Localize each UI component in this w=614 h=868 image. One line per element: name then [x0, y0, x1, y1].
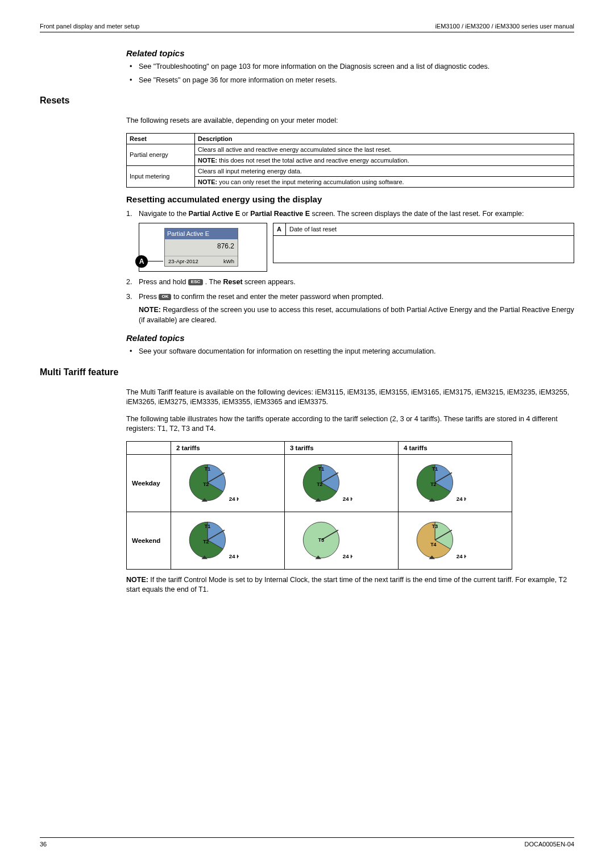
resets-r1-reset: Input metering: [127, 165, 195, 187]
meter-screen: Partial Active E 876.2 23-Apr-2012 kWh: [164, 228, 238, 267]
svg-text:24 H: 24 H: [457, 495, 466, 501]
reset-step-1: Navigate to the Partial Active E or Part…: [126, 209, 574, 272]
tariff-th-2: 2 tariffs: [171, 441, 285, 454]
related-topics-list-1: See "Troubleshooting" on page 103 for mo…: [126, 62, 574, 85]
clock-icon: T1 T2 24 H: [404, 458, 466, 508]
resets-th-desc: Description: [195, 133, 574, 144]
tariff-th-3: 3 tariffs: [285, 441, 399, 454]
screen-title: Partial Active E: [165, 229, 238, 239]
svg-text:T2: T2: [203, 539, 209, 545]
svg-text:T1: T1: [432, 466, 438, 471]
resets-intro: The following resets are available, depe…: [126, 116, 574, 126]
svg-text:T1: T1: [318, 466, 324, 471]
page-footer: 36 DOCA0005EN-04: [40, 837, 574, 848]
svg-text:24 H: 24 H: [457, 553, 466, 559]
svg-text:T2: T2: [203, 481, 209, 487]
step1-b1: Partial Active E: [189, 210, 240, 218]
tariff-th-4: 4 tariffs: [399, 441, 512, 454]
reset-step-2: Press and hold ESC . The Reset screen ap…: [126, 277, 574, 288]
footer-page: 36: [40, 841, 47, 848]
step1-pre: Navigate to the: [139, 210, 189, 218]
tariff-table: 2 tariffs 3 tariffs 4 tariffs Weekday T1…: [126, 441, 512, 570]
marker-a-badge: A: [135, 255, 148, 268]
related-topics-1-item-0: See "Troubleshooting" on page 103 for mo…: [126, 62, 574, 72]
clock-icon: T3 24 H: [290, 515, 352, 565]
resets-heading: Resets: [40, 95, 574, 106]
header-rule: [40, 32, 574, 32]
resets-table: Reset Description Partial energy Clears …: [126, 133, 574, 188]
resets-r1-line1: Clears all input metering energy data.: [195, 165, 574, 176]
clock-icon: T3 T4 24 H: [404, 515, 466, 565]
svg-text:T3: T3: [432, 523, 438, 529]
tariff-note-label: NOTE:: [126, 576, 148, 584]
clock-weekend-3: T3 24 H: [285, 512, 399, 569]
step1-b2: Partial Reactive E: [250, 210, 310, 218]
reset-step-3: Press OK to confirm the reset and enter …: [126, 292, 574, 326]
clock-weekend-2: T1 T2 24 H: [171, 512, 285, 569]
tariff-note: NOTE: If the tariff Control Mode is set …: [126, 575, 574, 595]
multitariff-p2: The following table illustrates how the …: [126, 414, 574, 434]
related-topics-list-2: See your software documentation for info…: [126, 347, 574, 357]
esc-button-icon: ESC: [188, 279, 203, 285]
header-right: iEM3100 / iEM3200 / iEM3300 series user …: [435, 23, 574, 30]
clock-weekend-4: T3 T4 24 H: [399, 512, 512, 569]
clock-weekday-4: T1 T2 24 H: [399, 454, 512, 512]
svg-text:24 H: 24 H: [343, 553, 352, 559]
tariff-row-weekend: Weekend: [127, 512, 171, 569]
screen-unit: kWh: [223, 258, 234, 265]
resets-r0-note-text: this does not reset the total active and…: [217, 157, 409, 164]
related-topics-1-item-1: See "Resets" on page 36 for more informa…: [126, 76, 574, 86]
clock-weekday-3: T1 T2 24 H: [285, 454, 399, 512]
step3-note-label: NOTE:: [139, 306, 161, 314]
clock-icon: T1 T2 24 H: [290, 458, 352, 508]
marker-a-line: [147, 261, 163, 261]
legend-blank: [273, 236, 574, 263]
multitariff-p1: The Multi Tariff feature is available on…: [126, 388, 574, 408]
resets-r0-note-label: NOTE:: [198, 157, 217, 164]
svg-text:24 H: 24 H: [229, 553, 239, 559]
step1-post: screen. The screen displays the date of …: [310, 210, 524, 218]
svg-text:24 H: 24 H: [229, 495, 239, 501]
resets-r1-note: NOTE: you can only reset the input meter…: [195, 176, 574, 187]
tariff-note-text: If the tariff Control Mode is set to by …: [126, 576, 567, 594]
svg-text:24 H: 24 H: [343, 495, 352, 501]
step2-post: screen appears.: [243, 278, 296, 286]
screen-value: 876.2: [165, 239, 238, 252]
clock-weekday-2: T1 T2 24 H: [171, 454, 285, 512]
step1-mid: or: [240, 210, 250, 218]
step3-post: to confirm the reset and enter the meter…: [171, 293, 383, 301]
svg-text:T1: T1: [205, 523, 210, 529]
legend-a-desc: Date of last reset: [286, 223, 574, 236]
step2-mid: . The: [203, 278, 223, 286]
footer-doc: DOCA0005EN-04: [525, 841, 574, 848]
step3-note-text: Regardless of the screen you use to acce…: [139, 306, 574, 324]
step2-pre: Press and hold: [139, 278, 188, 286]
screen-date: 23-Apr-2012: [168, 258, 198, 265]
step2-b1: Reset: [223, 278, 243, 286]
resets-r1-note-text: you can only reset the input metering ac…: [217, 178, 404, 185]
tariff-row-weekday: Weekday: [127, 454, 171, 512]
svg-text:T2: T2: [430, 481, 436, 487]
page-header: Front panel display and meter setup iEM3…: [40, 23, 574, 30]
resets-r0-line1: Clears all active and reactive energy ac…: [195, 144, 574, 155]
ok-button-icon: OK: [159, 294, 171, 300]
resets-th-reset: Reset: [127, 133, 195, 144]
screen-example-box: A Partial Active E 876.2 23-Apr-2012 kWh: [139, 223, 267, 272]
step3-note: NOTE: Regardless of the screen you use t…: [139, 305, 574, 325]
related-topics-heading-2: Related topics: [126, 333, 574, 343]
related-topics-heading-1: Related topics: [126, 48, 574, 58]
reset-steps: Navigate to the Partial Active E or Part…: [126, 209, 574, 326]
svg-text:T3: T3: [318, 537, 324, 542]
svg-text:T4: T4: [430, 542, 436, 547]
reset-accum-heading: Resetting accumulated energy using the d…: [126, 194, 574, 204]
resets-r0-note: NOTE: this does not reset the total acti…: [195, 155, 574, 165]
resets-r1-note-label: NOTE:: [198, 178, 217, 185]
step3-pre: Press: [139, 293, 159, 301]
clock-icon: T1 T2 24 H: [176, 515, 239, 565]
tariff-th-blank: [127, 441, 171, 454]
related-topics-2-item-0: See your software documentation for info…: [126, 347, 574, 357]
legend-table: A Date of last reset: [273, 223, 574, 263]
svg-text:T1: T1: [205, 466, 210, 471]
clock-icon: T1 T2 24 H: [176, 458, 239, 508]
resets-r0-reset: Partial energy: [127, 144, 195, 165]
